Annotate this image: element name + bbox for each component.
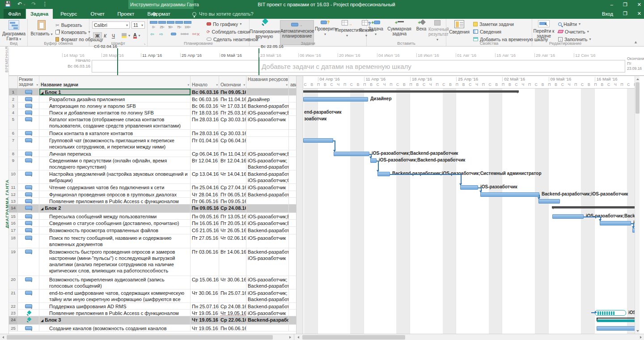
highlight-color-button[interactable]: ▾ [122, 32, 130, 39]
percent-25-button[interactable]: 25꞊ [158, 21, 166, 29]
add-column-cell[interactable] [289, 325, 295, 331]
task-mode-cell[interactable] [18, 157, 39, 170]
task-start-cell[interactable]: Ср 15.06.16 [191, 276, 219, 289]
gantt-scroll-left-icon[interactable] [295, 334, 301, 340]
table-row[interactable]: 8Личная перепискаСр 06.04.16Пн 11.04.16i… [9, 150, 296, 157]
task-resources-cell[interactable]: iOS-разоаботчик;Backend-разработчик [246, 109, 289, 115]
row-number[interactable]: 18 [9, 234, 18, 248]
add-column-cell[interactable] [289, 220, 295, 226]
row-number[interactable]: 16 [9, 220, 18, 226]
details-button[interactable]: Сведения [473, 28, 501, 35]
indent-right-icon[interactable]: ⇨ [159, 30, 163, 37]
timeline-view-start-line[interactable]: Сб 02.04.16 [117, 48, 118, 75]
inspect-task-button[interactable]: ? Проверить▾ [315, 20, 335, 37]
task-mode-cell[interactable] [18, 234, 39, 248]
add-column-cell[interactable] [289, 89, 295, 95]
task-mode-cell[interactable] [18, 150, 39, 157]
gantt-manual-summary-bar[interactable] [597, 318, 640, 322]
column-header-mode[interactable]: Режим задачи▾ [18, 76, 39, 88]
add-column-cell[interactable] [289, 303, 295, 309]
table-row[interactable]: 17Возможность просмотра отправленных фай… [9, 227, 296, 234]
insert-task-button[interactable]: + Задача▾ [367, 20, 385, 37]
task-mode-cell[interactable] [18, 316, 39, 324]
task-finish-cell[interactable]: Чт 02.06.16 [219, 234, 246, 248]
task-start-cell[interactable]: Пт 03.06.16 [191, 248, 219, 276]
gantt-task-bar[interactable] [303, 138, 333, 143]
gantt-chart-button[interactable]: Диаграмма Ганта ▾ [1, 20, 27, 42]
task-start-cell[interactable]: Пт 06.05.16 [191, 198, 219, 204]
close-button[interactable]: ✕ [637, 2, 641, 8]
add-column-cell[interactable] [289, 116, 295, 129]
task-resources-cell[interactable] [246, 204, 289, 212]
task-finish-cell[interactable]: Пн 09.05.16 [219, 89, 246, 95]
add-column-cell[interactable] [289, 204, 295, 212]
cut-button[interactable]: ✂Вырезать [55, 21, 82, 28]
task-finish-cell[interactable]: Ср 06.04.16 [219, 137, 246, 150]
add-column-cell[interactable] [289, 248, 295, 276]
task-mode-cell[interactable] [18, 310, 39, 316]
tab-Вид[interactable]: Вид [143, 9, 161, 19]
table-row[interactable]: 9Сведениями о присутствии (онлайн офлайн… [9, 157, 296, 170]
indent-left-icon[interactable]: ⇦ [150, 30, 154, 37]
row-number[interactable]: 10 [9, 170, 18, 183]
add-column-cell[interactable] [289, 130, 295, 136]
percent-50-button[interactable]: 50꞊ [166, 21, 175, 29]
vertical-scroll-thumb[interactable] [636, 82, 640, 114]
row-number[interactable]: 19 [9, 248, 18, 276]
row-number[interactable]: 5 [9, 116, 18, 129]
task-resources-cell[interactable]: iOS-разоаботчик [246, 310, 289, 316]
add-column-cell[interactable] [289, 137, 295, 150]
task-start-cell[interactable]: Ср 06.04.16 [191, 150, 219, 157]
clear-button[interactable]: Очистить ▾ [558, 28, 589, 35]
task-name-cell[interactable]: Поиск и добавление контактов по логину S… [39, 109, 191, 115]
task-mode-cell[interactable] [18, 89, 39, 95]
row-number[interactable]: 20 [9, 276, 18, 289]
table-row[interactable]: 10Настройка уведомлений (настройка звуко… [9, 170, 296, 184]
column-header-resources[interactable]: Названия ресурсов▾ [246, 76, 289, 88]
row-number[interactable]: 3 [9, 102, 18, 109]
task-mode-cell[interactable] [18, 109, 39, 115]
task-finish-cell[interactable]: Пн 06.06.16 [219, 325, 246, 331]
add-column-cell[interactable] [289, 276, 295, 289]
task-mode-cell[interactable] [18, 102, 39, 109]
paste-button[interactable]: Вставить ▾ [29, 20, 55, 37]
add-column-cell[interactable] [289, 157, 295, 170]
task-name-cell[interactable]: Возможность просмотра отправленных файло… [39, 227, 191, 234]
task-name-cell[interactable]: Личная переписка [39, 150, 191, 157]
task-resources-cell[interactable]: Backend-разработчик [246, 227, 289, 234]
task-name-cell[interactable]: Поиск по тексту сообщений, названию и со… [39, 234, 191, 248]
tab-Ресурс[interactable]: Ресурс [56, 9, 81, 19]
task-name-cell[interactable]: ◢Блок 3 [39, 316, 191, 324]
row-number[interactable]: 11 [9, 184, 18, 191]
task-start-cell[interactable]: Чт 28.04.16 [191, 191, 219, 197]
row-number[interactable]: 1 [9, 89, 18, 95]
table-row[interactable]: 25Создание каналов (возможность создания… [9, 325, 296, 332]
table-row[interactable]: 5Каталог контактов (отображение списка к… [9, 116, 296, 130]
column-header-name[interactable]: Название задачи▾ [39, 76, 191, 88]
task-finish-cell[interactable]: Пт 25.03.16 [219, 109, 246, 115]
gantt-task-bar[interactable] [552, 214, 584, 219]
information-button[interactable]: Сведения [447, 20, 471, 34]
task-name-cell[interactable]: Чтение содержания чатов без подключения … [39, 184, 191, 191]
add-column-cell[interactable] [289, 310, 295, 316]
task-mode-cell[interactable] [18, 289, 39, 302]
task-start-cell[interactable]: Вс 06.03.16 [191, 89, 219, 95]
gantt-task-bar[interactable] [538, 199, 560, 204]
gantt-task-bar[interactable] [600, 221, 631, 225]
table-row[interactable]: 11Чтение содержания чатов без подключени… [9, 184, 296, 191]
task-finish-cell[interactable]: Чт 17.03.16 [219, 102, 246, 109]
task-finish-cell[interactable]: Ср 22.06.16 [219, 316, 246, 324]
tab-Проект[interactable]: Проект [113, 9, 139, 19]
expand-icon[interactable]: ◢ [41, 207, 43, 211]
task-resources-cell[interactable] [246, 130, 289, 136]
column-header-finish[interactable]: Окончани▾ [219, 76, 246, 88]
insert-deliverable-button[interactable]: Конечный результат ▾ [428, 20, 446, 42]
minimize-button[interactable]: – [610, 2, 613, 7]
task-name-cell[interactable]: Пересылка сообщений между пользователями… [39, 213, 191, 219]
gantt-scroll-thumb[interactable] [302, 335, 405, 340]
scroll-up-icon[interactable] [635, 76, 640, 82]
tab-Задача[interactable]: Задача [26, 9, 53, 19]
task-finish-cell[interactable]: Чт 19.05.16 [219, 310, 246, 316]
table-row[interactable]: 23Появление приложения в Public Access с… [9, 310, 296, 316]
task-start-cell[interactable]: Пт 27.05.16 [191, 234, 219, 248]
